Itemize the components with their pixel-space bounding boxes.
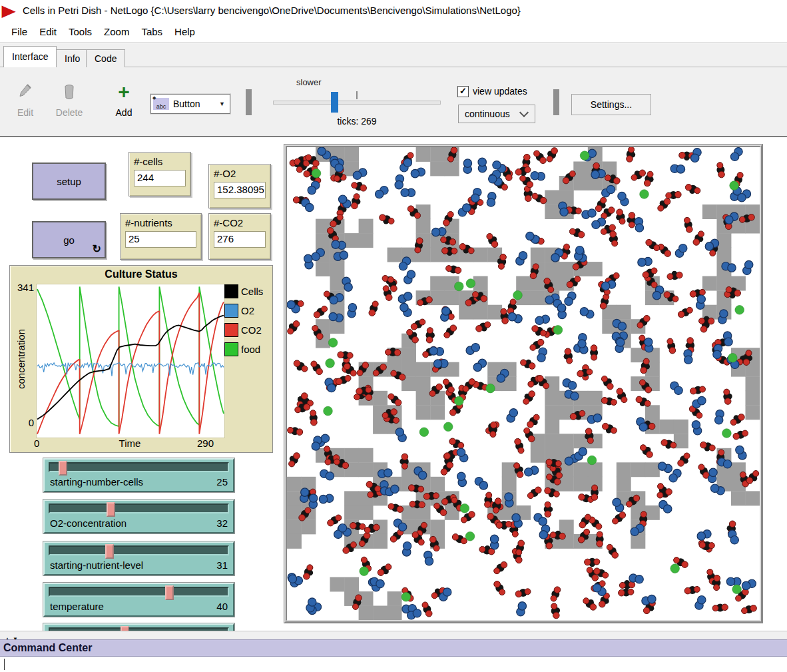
toolbar-separator xyxy=(553,89,559,115)
monitor-nutrients: #-nutrients 25 xyxy=(120,213,202,260)
menu-tools[interactable]: Tools xyxy=(63,23,98,40)
tab-code[interactable]: Code xyxy=(86,49,125,67)
monitor-o2: #-O2 152.38095 xyxy=(208,164,271,208)
view-updates-checkbox[interactable]: ✓ xyxy=(457,86,469,97)
monitor-label: #-CO2 xyxy=(214,217,266,228)
slider-thumb[interactable] xyxy=(59,461,67,476)
monitor-value: 244 xyxy=(134,170,186,186)
menu-help[interactable]: Help xyxy=(168,23,201,40)
setup-button[interactable]: setup xyxy=(32,163,106,200)
add-label: Add xyxy=(116,107,132,118)
speed-slider-center-tick xyxy=(356,91,358,99)
speed-slider-thumb[interactable] xyxy=(331,92,338,113)
food-color-swatch xyxy=(224,342,238,356)
slider-starting-number-cells[interactable]: starting-number-cells25 xyxy=(43,458,234,492)
slider-temperature[interactable]: temperature40 xyxy=(43,583,234,617)
widget-type-selector[interactable]: abc Button ▼ xyxy=(150,94,230,114)
x-axis-max-tick: 290 xyxy=(197,438,214,449)
go-button[interactable]: go ↻ xyxy=(32,221,106,258)
plot-legend: Cells O2 CO2 food xyxy=(224,284,263,362)
view-updates-label: view updates xyxy=(473,86,527,97)
tab-interface[interactable]: Interface xyxy=(3,46,57,67)
y-axis-min-tick: 0 xyxy=(11,417,34,428)
toolbar: Edit Delete + Add abc Button ▼ slower ti… xyxy=(0,67,787,137)
window-title: Cells in Petri Dish - NetLogo {C:\Users\… xyxy=(23,5,521,16)
go-button-label: go xyxy=(63,234,75,246)
dropdown-arrow-icon: ▼ xyxy=(219,101,230,107)
y-axis-max-tick: 341 xyxy=(11,282,34,293)
slider-track[interactable] xyxy=(49,545,229,555)
slider-track[interactable] xyxy=(49,504,229,513)
plus-icon: + xyxy=(118,81,130,103)
slider-thumb[interactable] xyxy=(107,502,115,517)
text-caret xyxy=(4,659,5,670)
interface-canvas: setup go ↻ #-cells 244 #-O2 152.38095 #-… xyxy=(0,137,787,631)
slider-partial[interactable] xyxy=(43,623,234,631)
tab-info[interactable]: Info xyxy=(56,49,89,67)
co2-color-swatch xyxy=(224,323,238,337)
legend-item-cells: Cells xyxy=(224,284,263,298)
update-mode-dropdown[interactable]: continuous xyxy=(458,105,535,123)
cells-color-swatch xyxy=(224,284,238,298)
legend-item-food: food xyxy=(224,342,263,356)
speed-slider-track[interactable] xyxy=(273,101,441,105)
x-axis-min-tick: 0 xyxy=(34,438,39,449)
slider-o2-concentration[interactable]: O2-concentration32 xyxy=(43,500,234,533)
title-bar: ▶ Cells in Petri Dish - NetLogo {C:\User… xyxy=(0,0,787,21)
world-view[interactable] xyxy=(284,145,762,623)
add-widget-button[interactable]: + Add xyxy=(107,81,141,118)
x-axis-label: Time xyxy=(90,438,170,449)
toolbar-separator xyxy=(246,89,252,115)
slider-thumb[interactable] xyxy=(105,544,114,559)
menu-zoom[interactable]: Zoom xyxy=(98,23,135,40)
forever-icon: ↻ xyxy=(93,242,101,255)
monitor-value: 152.38095 xyxy=(214,182,266,198)
monitor-value: 25 xyxy=(125,231,196,248)
slider-track[interactable] xyxy=(49,587,229,597)
delete-label: Delete xyxy=(56,107,83,118)
update-mode-value: continuous xyxy=(459,109,521,119)
chevron-down-icon xyxy=(519,108,529,117)
command-center-splitter[interactable]: ▲▼ xyxy=(0,631,787,639)
menu-file[interactable]: File xyxy=(5,23,33,40)
tab-strip: Interface Info Code xyxy=(0,43,787,67)
monitor-value: 276 xyxy=(214,231,266,248)
netlogo-window: ▶ Cells in Petri Dish - NetLogo {C:\User… xyxy=(0,0,787,672)
monitor-label: #-nutrients xyxy=(125,217,196,228)
slider-starting-nutrient-level[interactable]: starting-nutrient-level31 xyxy=(43,541,234,575)
edit-label: Edit xyxy=(17,107,33,118)
monitor-cells: #-cells 244 xyxy=(129,152,191,196)
culture-status-plot[interactable]: Culture Status 341 concentration 0 0 Tim… xyxy=(9,265,273,453)
command-center-input[interactable] xyxy=(0,657,787,672)
command-center-title: Command Center xyxy=(0,642,92,654)
y-axis-label: concentration xyxy=(15,306,27,412)
slider-thumb[interactable] xyxy=(121,626,129,631)
o2-color-swatch xyxy=(224,304,238,318)
widget-type-value: Button xyxy=(169,99,219,109)
ticks-counter: ticks: 269 xyxy=(317,116,397,127)
speed-slider-label: slower xyxy=(296,77,322,87)
slider-track[interactable] xyxy=(49,462,229,472)
trash-icon xyxy=(63,81,76,103)
delete-widget-button[interactable]: Delete xyxy=(52,81,87,118)
monitor-label: #-O2 xyxy=(214,168,266,179)
menu-edit[interactable]: Edit xyxy=(33,23,63,40)
setup-button-label: setup xyxy=(57,176,81,187)
plot-title: Culture Status xyxy=(10,268,272,280)
netlogo-logo-icon: ▶ xyxy=(2,1,16,20)
button-widget-icon: abc xyxy=(153,98,169,110)
pencil-icon xyxy=(18,81,33,103)
menu-tabs[interactable]: Tabs xyxy=(135,23,168,40)
command-center-header: Command Center xyxy=(0,639,787,657)
monitor-co2: #-CO2 276 xyxy=(208,213,271,260)
legend-item-co2: CO2 xyxy=(224,323,263,337)
slider-thumb[interactable] xyxy=(165,585,174,600)
menu-bar: File Edit Tools Zoom Tabs Help xyxy=(0,21,787,43)
settings-button[interactable]: Settings... xyxy=(571,94,651,115)
legend-item-o2: O2 xyxy=(224,304,263,318)
world-canvas xyxy=(287,147,760,620)
edit-widget-button[interactable]: Edit xyxy=(8,81,43,118)
plot-canvas xyxy=(36,284,225,438)
monitor-label: #-cells xyxy=(134,156,186,167)
